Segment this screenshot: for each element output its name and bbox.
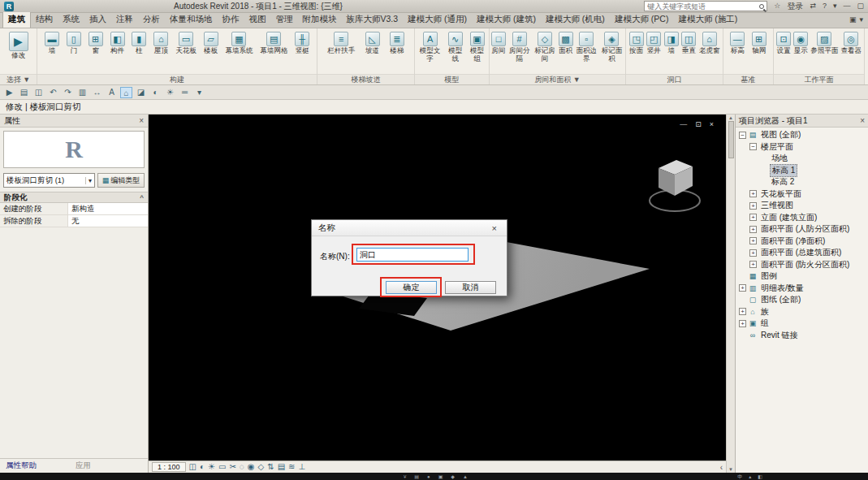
revit-app-icon[interactable]: R — [4, 2, 14, 11]
tool-room[interactable]: □房间 — [490, 31, 507, 56]
tool-window[interactable]: ⊞窗 — [88, 31, 104, 56]
tool-ceiling[interactable]: ▭天花板 — [175, 31, 197, 56]
constraints-icon[interactable]: ⊥ — [298, 462, 305, 472]
dialog-close-icon[interactable]: × — [489, 223, 500, 233]
sun-path-icon[interactable]: ☀ — [208, 462, 215, 472]
temporary-properties-icon[interactable]: ▤ — [278, 462, 285, 472]
tool-wall[interactable]: ▬墙 — [44, 31, 60, 56]
undo-icon[interactable]: ↶ — [47, 87, 59, 98]
tool-wall-opening[interactable]: ◨墙 — [663, 31, 680, 56]
exchange-icon[interactable]: ⇄ — [810, 1, 816, 11]
phasing-section-header[interactable]: 阶段化 ^ — [0, 192, 148, 203]
drawing-canvas[interactable]: — ⊡ × 名称 × — [149, 115, 726, 461]
type-selector-caret-icon[interactable]: ▾ — [85, 177, 92, 184]
scroll-down-icon[interactable]: ▼ — [728, 467, 733, 472]
collapse-icon[interactable]: − — [739, 132, 746, 139]
ribbon-tab-2[interactable]: 系统 — [58, 12, 84, 28]
name-input[interactable] — [356, 248, 469, 262]
tool-viewer[interactable]: ◎查看器 — [840, 31, 862, 56]
temporary-hide-icon[interactable]: ◌ — [240, 462, 244, 472]
panel-display-caret-icon[interactable]: ▾ — [859, 15, 863, 25]
tool-area-boundary[interactable]: ▫面积边界 — [574, 31, 599, 63]
tool-model-text[interactable]: A模型文字 — [416, 31, 444, 63]
tool-ref-plane[interactable]: ▨参照平面 — [810, 31, 839, 56]
shadows-icon[interactable]: ◐ — [200, 462, 205, 472]
lang-zh-icon[interactable]: 中 — [737, 474, 742, 480]
view-minimize-icon[interactable]: — — [680, 120, 687, 128]
tree-item-12[interactable]: ▦图例 — [736, 270, 868, 283]
sun-settings-icon[interactable]: ☀ — [164, 87, 176, 98]
tool-set-work-plane[interactable]: ⊡设置 — [775, 31, 792, 56]
ribbon-tab-13[interactable]: 建模大师 (建筑) — [472, 12, 541, 28]
scale-button[interactable]: 1 : 100 — [152, 462, 186, 472]
tool-stair[interactable]: ≣楼梯 — [389, 31, 405, 56]
tool-modify-cursor[interactable]: ▶修改 — [8, 31, 29, 61]
default-3d-view-icon[interactable]: ⌂ — [120, 87, 132, 98]
scroll-up-icon[interactable]: ▲ — [728, 115, 733, 120]
project-browser-close-icon[interactable]: × — [860, 116, 865, 125]
expand-icon[interactable]: + — [749, 202, 757, 210]
network-icon[interactable]: ◧ — [758, 474, 762, 480]
section-collapse-icon[interactable]: ^ — [140, 194, 144, 201]
tree-item-17[interactable]: ∞Revit 链接 — [736, 330, 868, 342]
text-note-icon[interactable]: A — [106, 87, 118, 98]
tool-floor[interactable]: ▱楼板 — [203, 31, 219, 56]
tree-item-8[interactable]: +面积平面 (人防分区面积) — [736, 223, 868, 236]
sign-in-button[interactable]: 登录 — [787, 1, 803, 11]
tree-item-14[interactable]: ▢图纸 (全部) — [736, 294, 868, 306]
tool-column[interactable]: ▮柱 — [131, 31, 147, 56]
tool-roof[interactable]: ⌂屋顶 — [153, 31, 169, 56]
folder-icon[interactable]: ▤ — [414, 474, 419, 480]
expand-icon[interactable]: + — [749, 226, 757, 233]
currency-icon[interactable]: ¥ — [404, 474, 406, 480]
tool-door[interactable]: ▯门 — [66, 31, 82, 56]
tree-item-6[interactable]: +三维视图 — [736, 200, 868, 212]
properties-close-icon[interactable]: × — [139, 116, 144, 125]
view-close-icon[interactable]: × — [710, 120, 714, 128]
expand-icon[interactable]: + — [749, 237, 757, 244]
tree-item-3[interactable]: 标高 1 — [736, 165, 868, 177]
tool-mullion[interactable]: ╫竖梃 — [294, 31, 310, 56]
search-icon[interactable] — [759, 4, 764, 9]
ribbon-tab-9[interactable]: 管理 — [271, 12, 298, 28]
render-icon[interactable]: ◐ — [149, 87, 162, 98]
tool-tag-area[interactable]: ◈标记面积 — [599, 31, 624, 63]
tree-item-0[interactable]: −▤视图 (全部) — [736, 129, 868, 141]
ribbon-tab-11[interactable]: 族库大师V3.3 — [342, 12, 404, 28]
ribbon-tab-1[interactable]: 结构 — [31, 12, 58, 28]
locked-3d-icon[interactable]: ◇ — [258, 462, 265, 472]
measure-icon[interactable]: ↔ — [91, 87, 103, 98]
tool-vertical[interactable]: ◫垂直 — [680, 31, 697, 56]
section-icon[interactable]: ◪ — [135, 87, 147, 98]
tool-curtain-grid[interactable]: ▤幕墙网格 — [259, 31, 288, 56]
expand-icon[interactable]: + — [749, 190, 757, 197]
scrollbar-thumb[interactable] — [728, 121, 734, 158]
tool-show-work-plane[interactable]: ◉显示 — [792, 31, 809, 56]
expand-icon[interactable]: + — [739, 284, 746, 292]
redo-icon[interactable]: ↷ — [62, 87, 74, 98]
crop-view-icon[interactable]: ▭ — [218, 462, 226, 472]
tool-area[interactable]: ▩面积 — [558, 31, 574, 56]
ribbon-tab-16[interactable]: 建模大师 (施工) — [673, 12, 742, 28]
ribbon-tab-12[interactable]: 建模大师 (通用) — [403, 12, 472, 28]
expand-icon[interactable]: + — [749, 214, 757, 221]
thin-lines-icon[interactable]: ═ — [179, 87, 191, 98]
browser-app-icon[interactable]: ● — [427, 474, 430, 480]
cancel-button[interactable]: 取消 — [445, 281, 496, 294]
ribbon-tab-14[interactable]: 建模大师 (机电) — [541, 12, 610, 28]
tool-room-separator[interactable]: #房间分隔 — [507, 31, 532, 63]
ribbon-tab-4[interactable]: 注释 — [111, 12, 138, 28]
qat-caret-icon[interactable]: ▾ — [193, 87, 205, 98]
expand-icon[interactable]: + — [749, 261, 757, 268]
app2-icon[interactable]: ◆ — [451, 474, 455, 480]
app1-icon[interactable]: ▣ — [438, 474, 443, 480]
tool-tag-room[interactable]: ◇标记房间 — [532, 31, 557, 63]
expand-icon[interactable]: + — [739, 308, 746, 315]
tool-model-group[interactable]: ▣模型组 — [466, 31, 488, 63]
tool-ramp[interactable]: ◺坡道 — [365, 31, 381, 56]
analytical-model-icon[interactable]: ≋ — [288, 462, 295, 472]
tree-item-1[interactable]: −楼层平面 — [736, 141, 868, 154]
tool-grid[interactable]: ⊞轴网 — [751, 31, 767, 56]
show-hidden-icon[interactable]: ◫ — [189, 462, 196, 472]
type-selector[interactable]: 楼板洞口剪切 (1) ▾ — [3, 173, 95, 188]
